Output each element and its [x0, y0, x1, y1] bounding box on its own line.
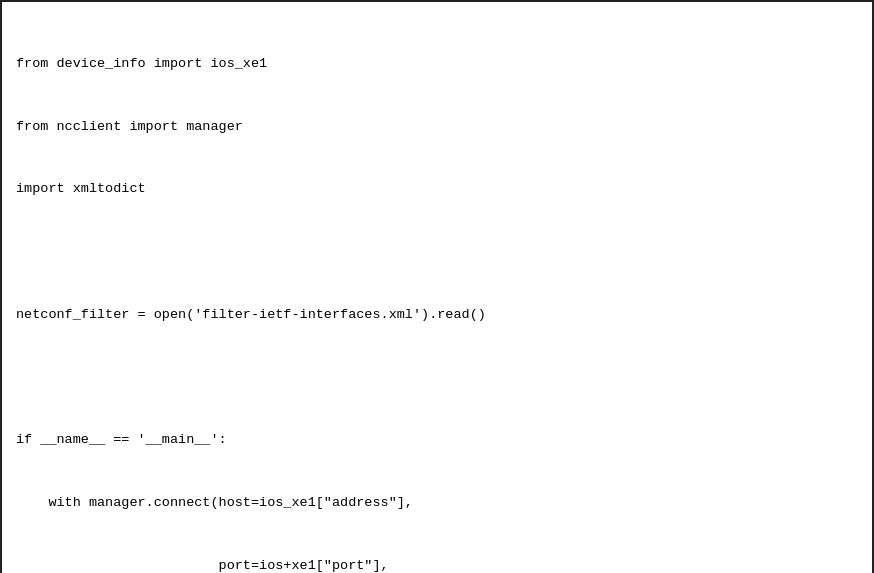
code-line-4 [16, 242, 858, 263]
code-content: from device_info import ios_xe1 from ncc… [16, 12, 858, 573]
code-line-8: with manager.connect(host=ios_xe1["addre… [16, 493, 858, 514]
code-line-5: netconf_filter = open('filter-ietf-inter… [16, 305, 858, 326]
code-line-2: from ncclient import manager [16, 117, 858, 138]
code-line-7: if __name__ == '__main__': [16, 430, 858, 451]
code-line-3: import xmltodict [16, 179, 858, 200]
code-line-9: port=ios+xe1["port"], [16, 556, 858, 573]
code-line-6 [16, 368, 858, 389]
code-editor: from device_info import ios_xe1 from ncc… [0, 0, 874, 573]
code-line-1: from device_info import ios_xe1 [16, 54, 858, 75]
